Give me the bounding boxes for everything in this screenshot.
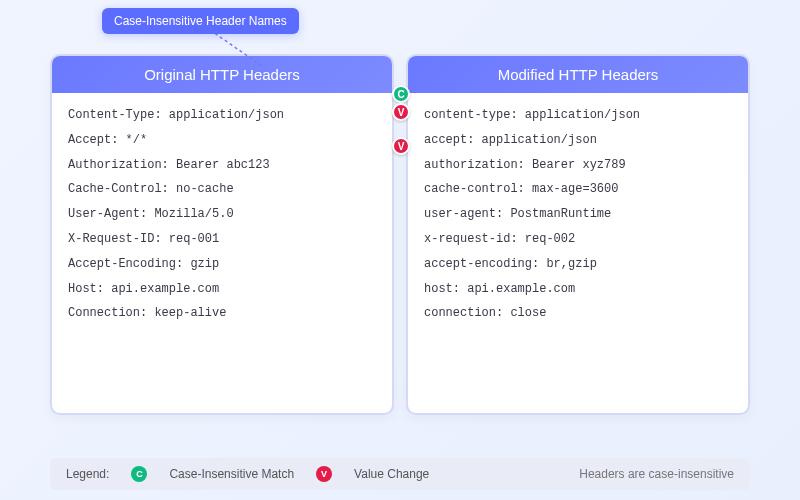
marker-c-label: C [397,89,404,100]
header-line: cache-control: max-age=3600 [424,181,732,198]
legend-bar: Legend: C Case-Insensitive Match V Value… [50,458,750,490]
header-line: accept-encoding: br,gzip [424,256,732,273]
header-line: authorization: Bearer xyz789 [424,157,732,174]
marker-value-change: V [392,103,410,121]
original-panel-body: Content-Type: application/json Accept: *… [52,93,392,413]
legend-note: Headers are case-insensitive [579,467,734,481]
callout-text: Case-Insensitive Header Names [114,14,287,28]
legend-label: Legend: [66,467,109,481]
header-line: Content-Type: application/json [68,107,376,124]
header-line: X-Request-ID: req-001 [68,231,376,248]
header-line: Authorization: Bearer abc123 [68,157,376,174]
header-line: accept: application/json [424,132,732,149]
callout-connector [210,30,270,70]
header-line: Accept-Encoding: gzip [68,256,376,273]
legend-badge-case: C [131,466,147,482]
callout-bubble: Case-Insensitive Header Names [102,8,299,34]
legend-case-text: Case-Insensitive Match [169,467,294,481]
modified-headers-panel: Modified HTTP Headers content-type: appl… [406,54,750,415]
modified-panel-title: Modified HTTP Headers [408,56,748,93]
header-line: connection: close [424,305,732,322]
marker-v-label: V [398,107,405,118]
header-line: content-type: application/json [424,107,732,124]
header-line: Accept: */* [68,132,376,149]
legend-badge-value: V [316,466,332,482]
header-line: Host: api.example.com [68,281,376,298]
marker-v-label: V [398,141,405,152]
header-line: x-request-id: req-002 [424,231,732,248]
modified-panel-body: content-type: application/json accept: a… [408,93,748,413]
header-line: Cache-Control: no-cache [68,181,376,198]
marker-case-match: C [392,85,410,103]
header-line: Connection: keep-alive [68,305,376,322]
original-headers-panel: Original HTTP Headers Content-Type: appl… [50,54,394,415]
header-line: host: api.example.com [424,281,732,298]
legend-value-text: Value Change [354,467,429,481]
header-line: User-Agent: Mozilla/5.0 [68,206,376,223]
svg-line-0 [210,30,265,68]
header-line: user-agent: PostmanRuntime [424,206,732,223]
marker-value-change: V [392,137,410,155]
